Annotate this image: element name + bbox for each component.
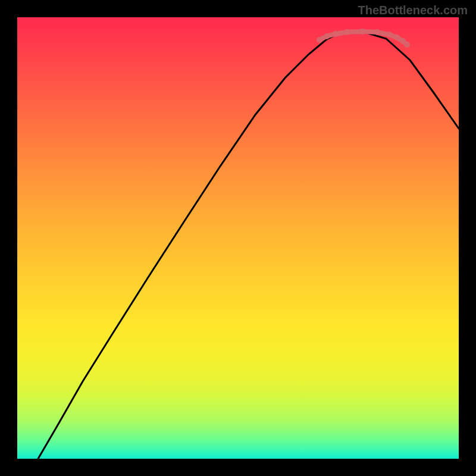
optimal-zone-dot bbox=[404, 42, 410, 48]
watermark-text: TheBottleneck.com bbox=[358, 4, 468, 17]
optimal-zone-dot bbox=[324, 33, 330, 39]
optimal-zone-dot bbox=[317, 37, 322, 43]
bottleneck-curve bbox=[38, 32, 459, 459]
optimal-zone-dot bbox=[333, 31, 339, 37]
chart-plot-area bbox=[17, 17, 459, 459]
optimal-zone-dot bbox=[374, 29, 380, 35]
optimal-zone-dot bbox=[394, 35, 400, 40]
optimal-zone-dot bbox=[386, 32, 392, 37]
chart-svg bbox=[17, 17, 459, 459]
optimal-zone-dot bbox=[345, 29, 350, 35]
optimal-zone-dot bbox=[359, 29, 365, 35]
